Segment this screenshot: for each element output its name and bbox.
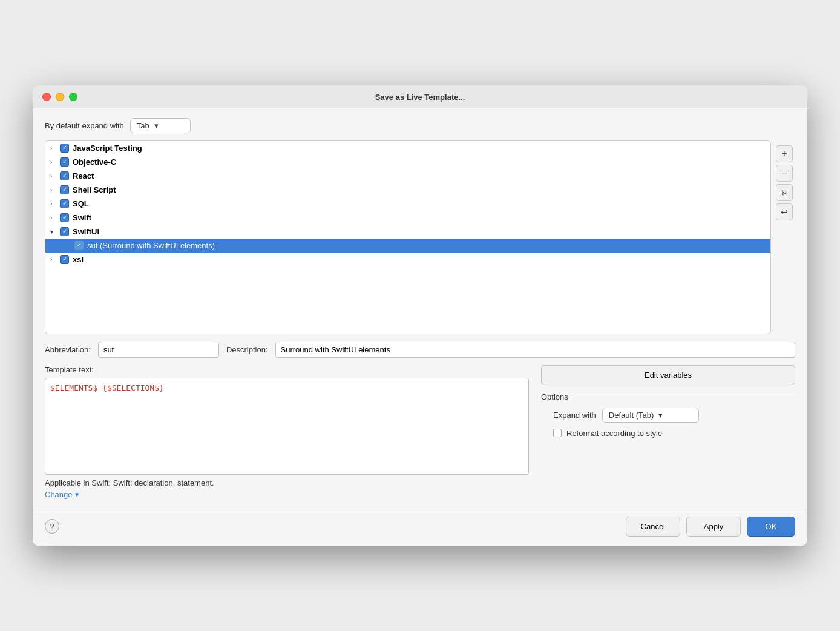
dialog-content: By default expand with Tab ▾ › ✓ JavaScr… xyxy=(33,108,807,509)
traffic-lights xyxy=(42,93,77,101)
options-expand-with-label: Expand with xyxy=(553,411,596,420)
options-expand-with-value: Default (Tab) xyxy=(609,411,654,420)
chevron-right-icon: › xyxy=(50,173,60,179)
tree-item-label: JavaScript Testing xyxy=(73,144,142,153)
checkbox-swift[interactable]: ✓ xyxy=(60,213,69,222)
expand-with-dropdown[interactable]: Tab ▾ xyxy=(130,118,191,133)
tree-item-child-label: sut (Surround with SwiftUI elements) xyxy=(87,241,215,250)
checkbox-objective-c[interactable]: ✓ xyxy=(60,157,69,167)
reformat-checkbox[interactable] xyxy=(553,429,562,437)
add-item-button[interactable]: + xyxy=(776,145,793,162)
checkbox-xsl[interactable]: ✓ xyxy=(60,255,69,264)
template-text-input[interactable]: $ELEMENTS$ {$SELECTION$} xyxy=(45,378,529,475)
edit-variables-button[interactable]: Edit variables xyxy=(541,365,795,385)
change-link[interactable]: Change ▾ xyxy=(45,490,529,499)
description-input[interactable] xyxy=(275,342,795,358)
options-header: Options xyxy=(541,392,795,401)
minimize-button[interactable] xyxy=(56,93,64,101)
applicable-section: Applicable in Swift; Swift: declaration,… xyxy=(45,478,529,499)
chevron-right-icon: › xyxy=(50,214,60,221)
tree-panel-container: › ✓ JavaScript Testing › ✓ Objective-C xyxy=(45,140,795,334)
chevron-right-icon: › xyxy=(50,187,60,193)
remove-item-button[interactable]: − xyxy=(776,165,793,182)
checkbox-sut[interactable]: ✓ xyxy=(74,241,84,250)
tree-item-react[interactable]: › ✓ React xyxy=(45,169,770,183)
description-label: Description: xyxy=(226,345,268,354)
reformat-label: Reformat according to style xyxy=(566,429,662,438)
tree-item-shell-script[interactable]: › ✓ Shell Script xyxy=(45,183,770,197)
options-section: Options Expand with Default (Tab) ▾ Refo… xyxy=(541,392,795,438)
template-text-section: Template text: $ELEMENTS$ {$SELECTION$} … xyxy=(45,365,529,499)
tree-item-swiftui[interactable]: ▾ ✓ SwiftUI xyxy=(45,225,770,239)
options-title: Options xyxy=(541,392,568,401)
chevron-right-icon: › xyxy=(50,200,60,207)
right-section: Edit variables Options Expand with Defau… xyxy=(541,365,795,499)
tree-item-xsl[interactable]: › ✓ xsl xyxy=(45,253,770,266)
maximize-button[interactable] xyxy=(69,93,77,101)
ok-button[interactable]: OK xyxy=(747,517,795,537)
expand-with-row: By default expand with Tab ▾ xyxy=(45,118,795,133)
tree-item-objective-c[interactable]: › ✓ Objective-C xyxy=(45,155,770,169)
tree-item-label: SQL xyxy=(73,199,89,208)
options-expand-with-dropdown[interactable]: Default (Tab) ▾ xyxy=(602,408,699,423)
titlebar: Save as Live Template... xyxy=(33,85,807,108)
tree-item-label: React xyxy=(73,171,94,180)
checkbox-swiftui[interactable]: ✓ xyxy=(60,227,69,236)
tree-panel[interactable]: › ✓ JavaScript Testing › ✓ Objective-C xyxy=(45,140,771,334)
bottom-section: Template text: $ELEMENTS$ {$SELECTION$} … xyxy=(45,365,795,499)
tree-item-label: Objective-C xyxy=(73,157,116,167)
apply-button[interactable]: Apply xyxy=(686,517,741,537)
footer-buttons: Cancel Apply OK xyxy=(626,517,795,537)
tree-item-label: xsl xyxy=(73,255,84,264)
chevron-right-icon: › xyxy=(50,256,60,263)
tree-item-sql[interactable]: › ✓ SQL xyxy=(45,197,770,211)
close-button[interactable] xyxy=(42,93,51,101)
tree-item-sut[interactable]: ✓ sut (Surround with SwiftUI elements) xyxy=(45,239,770,253)
tree-item-label: SwiftUI xyxy=(73,227,99,236)
options-dropdown-arrow: ▾ xyxy=(658,411,663,420)
chevron-down-icon: ▾ xyxy=(50,228,60,235)
template-text-label: Template text: xyxy=(45,365,529,374)
tree-item-swift[interactable]: › ✓ Swift xyxy=(45,211,770,225)
reformat-row: Reformat according to style xyxy=(541,429,795,438)
checkbox-javascript-testing[interactable]: ✓ xyxy=(60,144,69,153)
expand-with-label: By default expand with xyxy=(45,121,124,130)
expand-with-value: Tab xyxy=(137,121,149,130)
checkbox-sql[interactable]: ✓ xyxy=(60,199,69,208)
checkbox-shell-script[interactable]: ✓ xyxy=(60,185,69,194)
abbreviation-label: Abbreviation: xyxy=(45,345,91,354)
tree-item-label: Shell Script xyxy=(73,185,116,194)
expand-with-arrow: ▾ xyxy=(154,121,159,130)
options-divider xyxy=(573,397,795,397)
chevron-right-icon: › xyxy=(50,159,60,165)
form-row: Abbreviation: Description: xyxy=(45,342,795,358)
options-expand-with-row: Expand with Default (Tab) ▾ xyxy=(541,408,795,423)
help-button[interactable]: ? xyxy=(45,519,59,534)
copy-item-button[interactable]: ⎘ xyxy=(776,184,793,201)
reset-item-button[interactable]: ↩ xyxy=(776,203,793,220)
dialog-title: Save as Live Template... xyxy=(375,93,465,102)
applicable-text: Applicable in Swift; Swift: declaration,… xyxy=(45,478,529,487)
tree-item-label: Swift xyxy=(73,213,91,222)
abbreviation-input[interactable] xyxy=(98,342,219,358)
dialog: Save as Live Template... By default expa… xyxy=(33,85,807,546)
form-section: Abbreviation: Description: xyxy=(45,342,795,358)
cancel-button[interactable]: Cancel xyxy=(626,517,680,537)
tree-item-javascript-testing[interactable]: › ✓ JavaScript Testing xyxy=(45,141,770,155)
footer: ? Cancel Apply OK xyxy=(33,509,807,546)
tree-actions: + − ⎘ ↩ xyxy=(771,140,795,334)
checkbox-react[interactable]: ✓ xyxy=(60,171,69,180)
chevron-right-icon: › xyxy=(50,145,60,151)
